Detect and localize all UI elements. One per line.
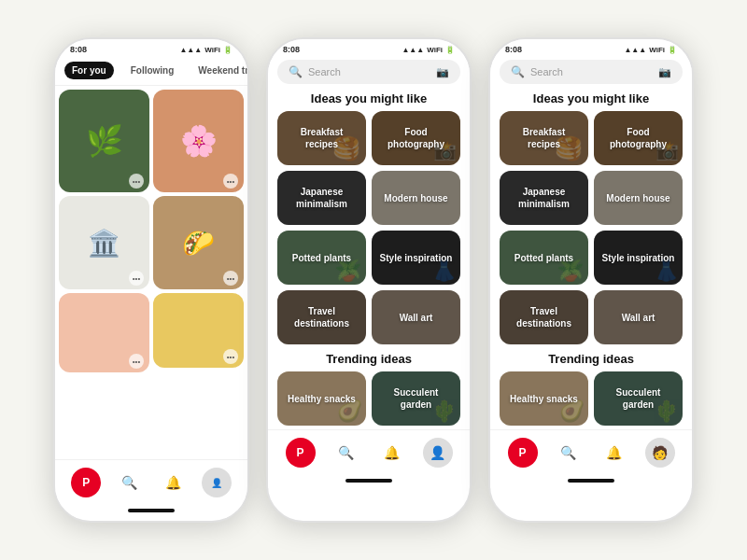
pin-arch[interactable]: •••: [59, 196, 149, 289]
status-bar-center: 8:08 ▲▲▲ WiFi 🔋: [268, 39, 470, 56]
search-icon-center: 🔍: [289, 65, 303, 78]
status-icons-right: ▲▲▲ WiFi 🔋: [624, 46, 677, 54]
camera-icon-right[interactable]: 📷: [658, 66, 671, 78]
search-screen-right: 🔍 Search 📷 Ideas you might like Breakfas…: [490, 56, 692, 429]
profile-nav-icon[interactable]: 👤: [202, 468, 232, 497]
ideas-grid-right: Breakfast recipes Food photography Japan…: [500, 111, 683, 344]
pin-yellow[interactable]: •••: [153, 293, 244, 368]
search-nav-icon[interactable]: 🔍: [115, 468, 145, 497]
bottom-nav-center: P 🔍 🔔 👤: [268, 429, 470, 473]
pin-dots-4[interactable]: •••: [223, 174, 238, 189]
phone-left: 8:08 ▲▲▲ WiFi 🔋 For you Following Weeken…: [53, 37, 249, 523]
profile-nav-icon-right[interactable]: 🧑: [645, 438, 675, 468]
pin-plant[interactable]: •••: [59, 90, 149, 192]
trending-title-right: Trending ideas: [500, 352, 683, 366]
trending-section-center: Trending ideas Healthy snacks Succulent …: [277, 352, 460, 426]
phone-right: 8:08 ▲▲▲ WiFi 🔋 🔍 Search 📷 Ideas you mig…: [488, 37, 694, 523]
tab-weekend[interactable]: Weekend trip: [190, 62, 247, 79]
bell-nav-icon[interactable]: 🔔: [158, 468, 188, 497]
home-indicator-left: [55, 503, 247, 518]
bell-nav-icon-right[interactable]: 🔔: [599, 438, 629, 468]
masonry-col-2: ••• ••• •••: [153, 90, 244, 455]
profile-nav-icon-center[interactable]: 👤: [423, 438, 453, 468]
phones-container: 8:08 ▲▲▲ WiFi 🔋 For you Following Weeken…: [35, 19, 712, 541]
idea-style-center[interactable]: Style inspiration: [372, 231, 460, 285]
status-bar-left: 8:08 ▲▲▲ WiFi 🔋: [55, 39, 247, 56]
idea-food-photo-center[interactable]: Food photography: [372, 111, 460, 165]
idea-breakfast-right[interactable]: Breakfast recipes: [500, 111, 588, 165]
search-nav-icon-right[interactable]: 🔍: [554, 438, 584, 468]
idea-modern-center[interactable]: Modern house: [372, 171, 460, 225]
home-indicator-center: [268, 473, 470, 488]
trending-section-right: Trending ideas Healthy snacks Succulent …: [500, 352, 683, 426]
pinterest-icon-center[interactable]: P: [286, 438, 316, 468]
time-left: 8:08: [70, 45, 87, 54]
time-right: 8:08: [505, 45, 522, 54]
home-indicator-right: [490, 473, 692, 488]
phone-center: 8:08 ▲▲▲ WiFi 🔋 🔍 Search 📷 Ideas you mig…: [266, 37, 472, 523]
search-input-right[interactable]: Search: [530, 66, 653, 77]
status-icons-center: ▲▲▲ WiFi 🔋: [402, 46, 455, 54]
trending-title-center: Trending ideas: [277, 352, 460, 366]
pinterest-icon[interactable]: P: [71, 468, 101, 497]
idea-travel-right[interactable]: Travel destinations: [500, 290, 588, 344]
pin-tacos[interactable]: •••: [153, 196, 244, 289]
idea-breakfast-center[interactable]: Breakfast recipes: [277, 111, 366, 165]
bottom-nav-right: P 🔍 🔔 🧑: [490, 429, 692, 473]
pinterest-icon-right[interactable]: P: [508, 438, 538, 468]
search-input-center[interactable]: Search: [308, 66, 430, 77]
time-center: 8:08: [283, 45, 300, 54]
idea-japanese-center[interactable]: Japanese minimalism: [277, 171, 366, 225]
pin-dots-2[interactable]: •••: [129, 271, 144, 286]
status-icons-left: ▲▲▲ WiFi 🔋: [179, 46, 233, 54]
trend-snacks-right[interactable]: Healthy snacks: [500, 371, 588, 426]
search-icon-right: 🔍: [511, 65, 525, 78]
pin-dots-1[interactable]: •••: [129, 174, 144, 189]
idea-style-right[interactable]: Style inspiration: [594, 231, 683, 285]
idea-japanese-right[interactable]: Japanese minimalism: [500, 171, 588, 225]
pin-dots-6[interactable]: •••: [223, 349, 238, 364]
idea-potted-center[interactable]: Potted plants: [277, 231, 366, 285]
trend-succulent-right[interactable]: Succulent garden: [594, 371, 683, 426]
search-nav-icon-center[interactable]: 🔍: [331, 438, 361, 468]
trend-succulent-center[interactable]: Succulent garden: [372, 371, 460, 426]
home-bar-left: [128, 509, 175, 512]
idea-wall-center[interactable]: Wall art: [372, 290, 460, 344]
idea-travel-center[interactable]: Travel destinations: [277, 290, 366, 344]
tab-for-you[interactable]: For you: [64, 62, 114, 79]
pin-dots-3[interactable]: •••: [129, 354, 144, 369]
tab-following[interactable]: Following: [123, 62, 182, 79]
pin-flower[interactable]: •••: [153, 90, 244, 192]
ideas-title-right: Ideas you might like: [500, 91, 683, 105]
search-bar-right[interactable]: 🔍 Search 📷: [500, 60, 683, 84]
idea-food-photo-right[interactable]: Food photography: [594, 111, 683, 165]
trending-grid-right: Healthy snacks Succulent garden: [500, 371, 683, 426]
bottom-nav-left: P 🔍 🔔 👤: [55, 459, 247, 503]
pin-pink[interactable]: •••: [59, 293, 149, 372]
home-bar-center: [345, 479, 392, 483]
search-screen-center: 🔍 Search 📷 Ideas you might like Breakfas…: [268, 56, 470, 429]
ideas-grid-center: Breakfast recipes Food photography Japan…: [277, 111, 460, 344]
masonry-grid: ••• ••• ••• ••• ••• •••: [55, 86, 247, 459]
idea-potted-right[interactable]: Potted plants: [500, 231, 588, 285]
masonry-col-1: ••• ••• •••: [59, 90, 149, 455]
trending-grid-center: Healthy snacks Succulent garden: [277, 371, 460, 426]
ideas-title-center: Ideas you might like: [277, 91, 460, 105]
search-bar-center[interactable]: 🔍 Search 📷: [277, 60, 460, 84]
status-bar-right: 8:08 ▲▲▲ WiFi 🔋: [490, 39, 692, 56]
tab-bar: For you Following Weekend trip Kitche: [55, 56, 247, 86]
home-bar-right: [568, 479, 614, 483]
camera-icon-center[interactable]: 📷: [436, 66, 449, 78]
idea-modern-right[interactable]: Modern house: [594, 171, 683, 225]
bell-nav-icon-center[interactable]: 🔔: [377, 438, 407, 468]
trend-snacks-center[interactable]: Healthy snacks: [277, 371, 366, 426]
pin-dots-5[interactable]: •••: [223, 271, 238, 286]
idea-wall-right[interactable]: Wall art: [594, 290, 683, 344]
